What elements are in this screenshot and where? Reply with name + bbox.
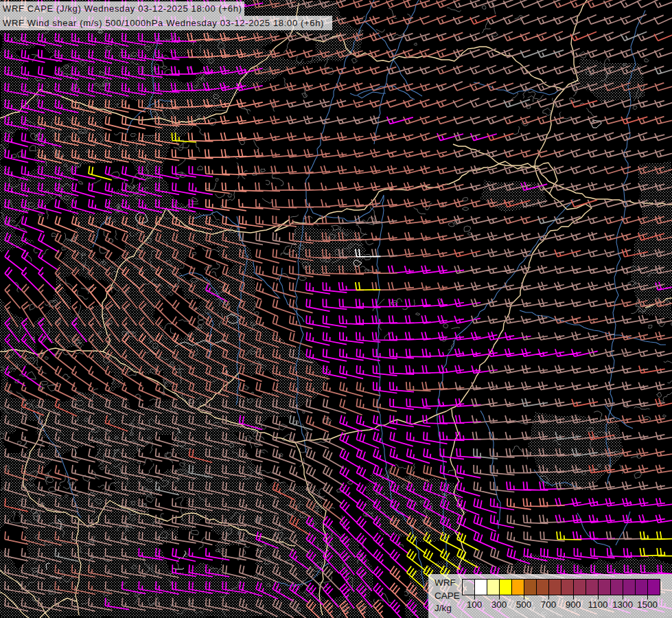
- legend-cell: [599, 580, 611, 595]
- legend-cell: [611, 580, 623, 595]
- title-windshear-text: WRF Wind shear (m/s) 500/1000hPa Wednesd…: [3, 18, 324, 28]
- legend-tick-value: 700: [541, 599, 557, 610]
- legend-tick-value: 100: [467, 599, 483, 610]
- legend-cell: [574, 580, 586, 595]
- legend-tick-value: 300: [491, 599, 507, 610]
- legend-label-units: J/kg: [435, 602, 460, 615]
- title-line-windshear: WRF Wind shear (m/s) 500/1000hPa Wednesd…: [0, 16, 332, 30]
- weather-map: [0, 0, 672, 618]
- title-cape-text: WRF CAPE (J/kg) Wednesday 03-12-2025 18:…: [3, 3, 242, 14]
- legend-tick-value: 900: [566, 599, 581, 610]
- legend-cell: [512, 580, 524, 595]
- cape-legend: WRF CAPE J/kg 10030050070090011001300150…: [428, 574, 672, 618]
- legend-cell: [500, 580, 512, 595]
- legend-cell: [623, 580, 636, 595]
- legend-cell: [636, 580, 648, 595]
- legend-tick: [623, 595, 623, 599]
- legend-tick-value: 1300: [612, 599, 633, 610]
- legend-tick-value: 1500: [637, 599, 658, 610]
- legend-tick: [474, 595, 475, 599]
- legend-cell: [648, 580, 660, 595]
- legend-cell: [487, 580, 500, 595]
- legend-cell: [463, 580, 475, 595]
- legend-tick-value: 500: [516, 599, 532, 610]
- legend-tick: [573, 595, 574, 599]
- legend-cell: [549, 580, 561, 595]
- legend-cell: [537, 580, 549, 595]
- legend-tick: [598, 595, 599, 599]
- title-line-cape: WRF CAPE (J/kg) Wednesday 03-12-2025 18:…: [0, 1, 244, 16]
- legend-cell: [524, 580, 537, 595]
- legend-cell: [475, 580, 487, 595]
- legend-tick: [647, 595, 648, 599]
- legend-tick: [548, 595, 549, 599]
- legend-label: WRF CAPE J/kg: [435, 577, 460, 615]
- legend-label-cape: CAPE: [435, 590, 460, 603]
- legend-color-scale: [462, 579, 660, 595]
- legend-tick: [499, 595, 500, 599]
- legend-label-wrf: WRF: [435, 577, 460, 590]
- wrf-map-screenshot: WRF CAPE (J/kg) Wednesday 03-12-2025 18:…: [0, 0, 672, 618]
- legend-tick-value: 1100: [588, 599, 607, 610]
- legend-cell: [586, 580, 599, 595]
- legend-tick: [524, 595, 524, 599]
- legend-cell: [561, 580, 574, 595]
